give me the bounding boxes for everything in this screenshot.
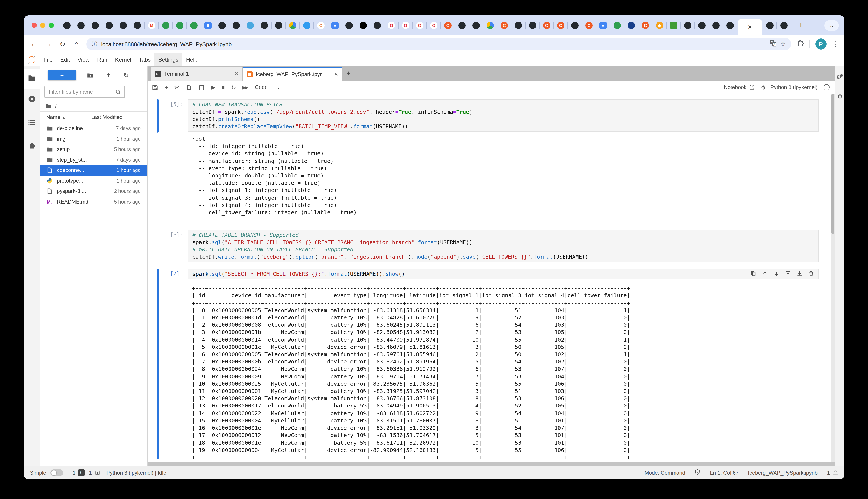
github-icon[interactable]: [116, 19, 131, 32]
github-icon[interactable]: [469, 19, 483, 32]
kernel-name[interactable]: Python 3 (ipykernel): [771, 84, 818, 90]
minimize-window-button[interactable]: [40, 23, 45, 28]
green-app-icon[interactable]: [610, 19, 624, 32]
save-icon[interactable]: [152, 84, 158, 90]
bluesky-icon[interactable]: [300, 19, 314, 32]
github-icon[interactable]: [215, 19, 229, 32]
cell-editor[interactable]: spark.sql("SELECT * FROM CELL_TOWERS_{};…: [188, 269, 819, 279]
bookmark-star-icon[interactable]: ☆: [780, 40, 786, 48]
github-icon[interactable]: [709, 19, 723, 32]
copy-cells-icon[interactable]: [186, 84, 192, 90]
simple-mode-toggle[interactable]: [50, 470, 63, 476]
address-bar[interactable]: ⓘ localhost:8888/lab/tree/Iceberg_WAP_Py…: [86, 38, 791, 50]
github-icon[interactable]: [455, 19, 469, 32]
green-square-icon[interactable]: ▫: [667, 19, 681, 32]
cell-collapser[interactable]: [157, 269, 159, 459]
github-icon[interactable]: [60, 19, 74, 32]
github-icon[interactable]: [695, 19, 709, 32]
site-info-icon[interactable]: ⓘ: [91, 40, 97, 48]
reload-icon[interactable]: ↻: [58, 39, 67, 49]
notebook-scrollbar[interactable]: [831, 94, 835, 462]
github-icon[interactable]: [777, 19, 791, 32]
file-row-readme-md[interactable]: M↓README.md5 hours ago: [40, 196, 147, 207]
red-ring-icon[interactable]: O: [413, 19, 427, 32]
cursor-position[interactable]: Ln 1, Col 67: [710, 470, 739, 476]
new-launcher-button[interactable]: +: [48, 70, 76, 81]
extensions-puzzle-icon[interactable]: [797, 39, 804, 49]
debugger-sidebar-icon[interactable]: [836, 93, 843, 101]
menu-tabs[interactable]: Tabs: [135, 53, 155, 66]
github-icon[interactable]: [229, 19, 243, 32]
horizontal-scrollbar-track[interactable]: [147, 462, 835, 466]
orange-app-icon[interactable]: C: [540, 19, 554, 32]
forward-icon[interactable]: →: [44, 40, 52, 48]
file-row-prototype-[interactable]: prototype....1 hour ago: [40, 175, 147, 186]
orange-app-icon[interactable]: C: [497, 19, 511, 32]
orange-app-icon[interactable]: C: [638, 19, 652, 32]
github-icon[interactable]: [257, 19, 271, 32]
orange-app-icon[interactable]: C: [554, 19, 568, 32]
red-ring-icon[interactable]: O: [384, 19, 399, 32]
claude-icon[interactable]: C: [314, 19, 328, 32]
file-list-header[interactable]: Name▲ Last Modified: [40, 111, 147, 123]
refresh-icon[interactable]: ↻: [122, 71, 130, 79]
gmail-icon[interactable]: M: [145, 19, 159, 32]
orange-diamond-icon[interactable]: ◆: [652, 19, 667, 32]
green-app-icon[interactable]: [187, 19, 201, 32]
close-tab-icon[interactable]: ✕: [234, 71, 239, 77]
navy-app-icon[interactable]: [624, 19, 638, 32]
home-icon[interactable]: ⌂: [72, 40, 81, 48]
stop-kernel-icon[interactable]: ■: [222, 84, 225, 90]
github-icon[interactable]: [370, 19, 384, 32]
column-last-modified[interactable]: Last Modified: [91, 114, 122, 120]
github-icon[interactable]: [342, 19, 356, 32]
github-icon[interactable]: [74, 19, 88, 32]
new-tab-button[interactable]: +: [795, 21, 806, 30]
github-icon[interactable]: [88, 19, 102, 32]
upload-icon[interactable]: [104, 72, 112, 79]
green-app-icon[interactable]: [159, 19, 173, 32]
breadcrumb[interactable]: /: [40, 100, 147, 111]
dark-app-icon[interactable]: [356, 19, 370, 32]
cell-editor[interactable]: # LOAD NEW TRANSACTION BATCHbatchDf = sp…: [188, 99, 819, 132]
menu-settings[interactable]: Settings: [154, 53, 182, 66]
file-browser-icon[interactable]: [27, 74, 36, 83]
url-text[interactable]: localhost:8888/lab/tree/Iceberg_WAP_PySp…: [101, 41, 766, 47]
translate-icon[interactable]: GA: [769, 40, 776, 48]
restart-kernel-icon[interactable]: ↻: [231, 84, 236, 91]
github-icon[interactable]: [102, 19, 116, 32]
new-folder-icon[interactable]: [86, 72, 94, 79]
cut-cells-icon[interactable]: ✂: [174, 84, 179, 91]
close-tab-icon[interactable]: ✕: [748, 24, 752, 30]
cell-type-dropdown[interactable]: Code: [255, 84, 268, 90]
running-sessions-icon[interactable]: [27, 95, 36, 104]
move-cell-up-icon[interactable]: [762, 271, 768, 277]
orange-app-icon[interactable]: C: [441, 19, 455, 32]
green-app-icon[interactable]: [173, 19, 187, 32]
github-icon[interactable]: [763, 19, 777, 32]
tab-label[interactable]: Terminal 1: [164, 71, 231, 77]
delete-cell-icon[interactable]: [808, 271, 814, 277]
insert-cell-icon[interactable]: +: [164, 84, 168, 90]
mode-indicator[interactable]: Mode: Command: [645, 470, 685, 476]
property-inspector-icon[interactable]: ⚙⚙: [836, 74, 843, 81]
insert-cell-below-icon[interactable]: [797, 271, 803, 277]
chevron-down-icon[interactable]: ⌄: [277, 84, 282, 90]
github-icon[interactable]: [723, 19, 737, 32]
run-cell-icon[interactable]: ▶: [211, 84, 215, 90]
github-icon[interactable]: [131, 19, 145, 32]
duplicate-cell-icon[interactable]: [750, 271, 756, 277]
move-cell-down-icon[interactable]: [773, 271, 780, 277]
terminals-indicator[interactable]: 1 $_: [73, 470, 85, 476]
table-of-contents-icon[interactable]: [27, 118, 36, 127]
github-icon[interactable]: [568, 19, 582, 32]
tab-notebook[interactable]: Iceberg_WAP_PySpark.ipyr ✕: [243, 67, 342, 81]
menu-help[interactable]: Help: [182, 53, 201, 66]
menu-file[interactable]: File: [40, 53, 57, 66]
browser-menu-icon[interactable]: ⋮: [832, 40, 839, 48]
docs-icon[interactable]: ≡: [596, 19, 610, 32]
close-window-button[interactable]: [32, 23, 37, 28]
debugger-bug-icon[interactable]: [760, 84, 766, 90]
new-dock-tab-button[interactable]: +: [342, 69, 354, 78]
kernel-status-text[interactable]: Python 3 (ipykernel) | Idle: [106, 470, 166, 476]
